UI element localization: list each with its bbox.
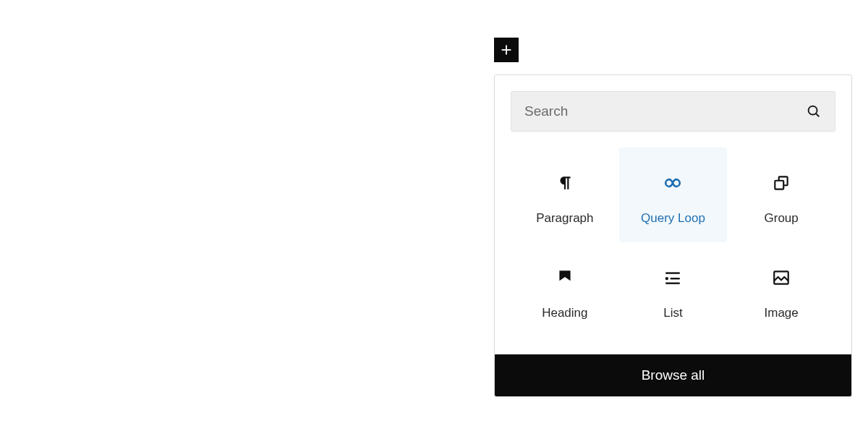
blocks-grid: Paragraph Query Loop Group xyxy=(495,132,851,354)
block-label: Paragraph xyxy=(536,211,593,226)
svg-point-7 xyxy=(665,276,668,279)
block-label: List xyxy=(663,306,682,320)
block-item-group[interactable]: Group xyxy=(727,148,835,242)
block-item-image[interactable]: Image xyxy=(727,242,835,337)
image-icon xyxy=(772,268,791,287)
heading-icon xyxy=(556,268,574,287)
list-icon xyxy=(663,268,682,287)
svg-rect-5 xyxy=(775,180,783,189)
browse-all-button[interactable]: Browse all xyxy=(495,354,851,396)
svg-rect-8 xyxy=(671,278,680,279)
group-icon xyxy=(772,174,791,192)
add-block-button[interactable] xyxy=(494,38,519,62)
block-label: Query Loop xyxy=(641,211,705,226)
search-input[interactable] xyxy=(524,103,806,119)
search-icon xyxy=(806,103,822,119)
block-item-query-loop[interactable]: Query Loop xyxy=(619,148,728,242)
block-label: Heading xyxy=(542,306,587,320)
block-item-list[interactable]: List xyxy=(619,242,728,337)
search-box[interactable] xyxy=(511,91,835,132)
block-label: Image xyxy=(765,306,799,320)
search-container xyxy=(495,75,851,132)
svg-rect-6 xyxy=(666,272,681,273)
svg-line-3 xyxy=(816,114,819,116)
query-loop-icon xyxy=(663,174,682,192)
block-item-heading[interactable]: Heading xyxy=(511,242,619,337)
block-label: Group xyxy=(765,211,799,226)
plus-icon xyxy=(498,42,514,58)
paragraph-icon xyxy=(556,174,574,192)
block-inserter-panel: Paragraph Query Loop Group xyxy=(494,74,852,397)
svg-point-2 xyxy=(809,106,817,115)
svg-rect-9 xyxy=(666,282,681,284)
block-item-paragraph[interactable]: Paragraph xyxy=(511,148,619,242)
